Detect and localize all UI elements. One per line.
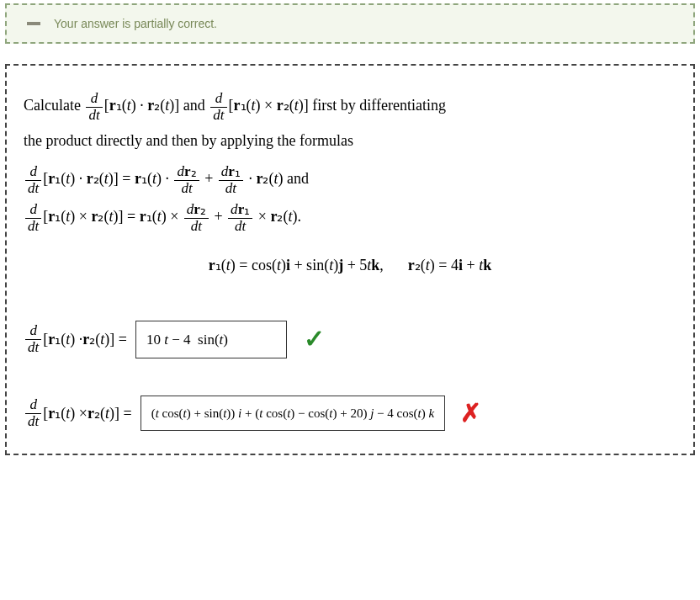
cross-formula: d dt [r₁(t) × r₂(t)] = r₁(t) × dr₂ dt + … bbox=[24, 202, 676, 235]
prompt-line-1: Calculate d dt [r₁(t) · r₂(t)] and d dt … bbox=[24, 91, 676, 124]
ddt-frac: d dt bbox=[86, 91, 102, 124]
feedback-banner: Your answer is partially correct. bbox=[5, 3, 695, 44]
cross-answer-row: d dt [r₁(t) × r₂(t)] = (t cos(t) + sin(t… bbox=[24, 393, 676, 433]
prompt-line-2: the product directly and then by applyin… bbox=[24, 129, 676, 153]
check-icon: ✓ bbox=[304, 319, 325, 359]
minus-icon bbox=[27, 22, 40, 25]
dot-answer-row: d dt [r₁(t) · r₂(t)] = 10 t − 4 sin(t) ✓ bbox=[24, 319, 676, 359]
ddt-frac: d dt bbox=[210, 91, 226, 124]
problem-container: Calculate d dt [r₁(t) · r₂(t)] and d dt … bbox=[5, 64, 695, 455]
intro-prefix: Calculate bbox=[24, 97, 84, 114]
dot-answer-input[interactable]: 10 t − 4 sin(t) bbox=[135, 321, 287, 358]
given-vectors: r₁(t) = cos(t)i + sin(t)j + 5tk, r₂(t) =… bbox=[24, 253, 676, 278]
feedback-text: Your answer is partially correct. bbox=[54, 17, 217, 30]
x-icon: ✗ bbox=[460, 393, 481, 433]
dot-formula: d dt [r₁(t) · r₂(t)] = r₁(t) · dr₂ dt + … bbox=[24, 164, 676, 197]
cross-answer-input[interactable]: (t cos(t) + sin(t)) i + (t cos(t) − cos(… bbox=[141, 396, 446, 431]
